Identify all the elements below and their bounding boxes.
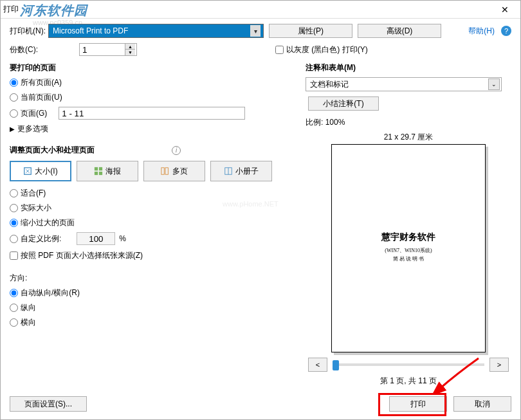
preview-page: 慧宇财务软件 (WIN7、WIN10系统) 简 易 说 明 书 [331, 144, 486, 352]
label-landscape: 横向 [21, 317, 36, 328]
more-options-label: 更多选项 [17, 123, 48, 134]
label-current-page: 当前页面(U) [21, 92, 62, 103]
multi-icon [161, 167, 170, 176]
radio-actual[interactable] [10, 204, 18, 212]
svg-rect-3 [95, 172, 98, 175]
booklet-icon [224, 167, 233, 176]
tab-poster[interactable]: 海报 [77, 161, 138, 181]
copies-spinner: ▲ ▼ [79, 43, 137, 56]
advanced-button[interactable]: 高级(D) [358, 24, 441, 38]
label-actual: 实际大小 [21, 203, 51, 214]
page-count-label: 第 1 页, 共 11 页 [306, 376, 511, 387]
radio-current-page[interactable] [10, 93, 18, 102]
prev-page-button[interactable]: < [308, 358, 327, 372]
radio-pages[interactable] [10, 109, 18, 118]
comments-selected: 文档和标记 [310, 79, 349, 90]
radio-fit[interactable] [10, 189, 18, 197]
percent-label: % [119, 234, 126, 243]
grayscale-checkbox[interactable] [275, 46, 284, 54]
size-section-title: 调整页面大小和处理页面 [10, 145, 95, 156]
preview-doc-title: 慧宇财务软件 [332, 232, 485, 243]
svg-rect-2 [99, 167, 102, 170]
pdf-paper-row: 按照 PDF 页面大小选择纸张来源(Z) [10, 250, 293, 261]
info-icon[interactable]: i [172, 146, 181, 155]
triangle-right-icon: ▶ [10, 125, 15, 132]
spinner-down[interactable]: ▼ [125, 50, 135, 55]
preview-doc-sub2: 简 易 说 明 书 [332, 255, 485, 262]
chevron-down-icon: ▾ [250, 25, 260, 37]
spinner-up[interactable]: ▲ [125, 44, 135, 50]
summarize-button[interactable]: 小结注释(T) [308, 96, 379, 111]
preview-doc-sub1: (WIN7、WIN10系统) [332, 247, 485, 254]
comments-title: 注释和表单(M) [306, 62, 511, 73]
size-icon [23, 167, 32, 176]
grayscale-checkbox-row: 以灰度 (黑白色) 打印(Y) [275, 44, 368, 55]
grayscale-label: 以灰度 (黑白色) 打印(Y) [286, 44, 368, 55]
orientation-title: 方向: [10, 273, 293, 284]
close-button[interactable]: ✕ [492, 1, 518, 18]
page-slider[interactable] [333, 363, 484, 366]
page-setup-button[interactable]: 页面设置(S)... [10, 396, 87, 412]
tab-booklet[interactable]: 小册子 [210, 161, 272, 181]
label-fit: 适合(F) [21, 188, 46, 199]
pages-section-title: 要打印的页面 [10, 62, 293, 73]
radio-landscape[interactable] [10, 318, 18, 327]
radio-shrink[interactable] [10, 219, 18, 227]
copies-label: 份数(C): [10, 44, 38, 55]
comments-select[interactable]: 文档和标记 ⌄ [306, 77, 502, 91]
printer-selected: Microsoft Print to PDF [53, 26, 128, 35]
watermark-center: www.pHome.NET [223, 200, 279, 208]
close-icon: ✕ [501, 5, 509, 15]
copies-input[interactable] [80, 44, 125, 55]
svg-rect-1 [95, 167, 98, 170]
svg-rect-5 [161, 168, 164, 175]
pdf-paper-label: 按照 PDF 页面大小选择纸张来源(Z) [21, 250, 143, 261]
radio-custom-scale[interactable] [10, 235, 18, 243]
label-shrink: 缩小过大的页面 [21, 217, 75, 228]
poster-icon [94, 167, 103, 176]
label-pages: 页面(G) [21, 108, 47, 119]
radio-portrait[interactable] [10, 304, 18, 312]
more-options-toggle[interactable]: ▶ 更多选项 [10, 123, 293, 134]
label-auto-orient: 自动纵向/横向(R) [21, 288, 80, 298]
help-link[interactable]: 帮助(H) [468, 26, 495, 37]
window-title: 打印 [3, 4, 19, 15]
pdf-paper-checkbox[interactable] [10, 251, 18, 260]
scale-label: 比例: 100% [306, 117, 511, 128]
label-portrait: 纵向 [21, 302, 36, 313]
svg-rect-6 [165, 168, 168, 175]
watermark-logo: 河东软件园 [20, 2, 87, 19]
tab-multi[interactable]: 多页 [143, 161, 205, 181]
properties-button[interactable]: 属性(P) [269, 24, 352, 38]
chevron-down-icon: ⌄ [488, 78, 500, 90]
printer-label: 打印机(N): [10, 26, 46, 37]
cancel-button[interactable]: 取消 [453, 396, 511, 412]
preview-dimensions: 21 x 29.7 厘米 [306, 132, 511, 143]
help-icon[interactable]: ? [501, 26, 511, 36]
radio-all-pages[interactable] [10, 78, 18, 87]
print-button[interactable]: 打印 [389, 396, 447, 412]
printer-select[interactable]: Microsoft Print to PDF ▾ [48, 24, 264, 38]
label-custom-scale: 自定义比例: [21, 233, 61, 244]
svg-rect-4 [99, 172, 102, 175]
radio-auto-orient[interactable] [10, 289, 18, 297]
label-all-pages: 所有页面(A) [21, 77, 62, 88]
slider-thumb[interactable] [333, 360, 339, 370]
pages-range-input[interactable] [59, 107, 245, 120]
next-page-button[interactable]: > [489, 358, 509, 372]
tab-size[interactable]: 大小(I) [10, 161, 71, 181]
custom-scale-input[interactable] [77, 232, 115, 245]
